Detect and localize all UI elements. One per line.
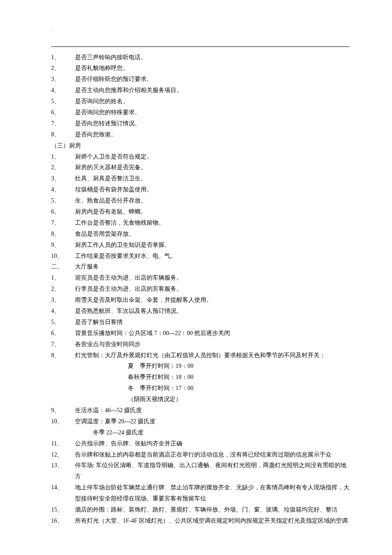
list-item: 4、是否熟悉航班、车次以及客人预订情况。 [51,306,349,317]
list-text: 工作结束是否按要求关好水、电、气。 [75,251,349,262]
kitchen-section-header: （三）厨房 [51,140,349,151]
list-number: 4、 [51,85,75,96]
list-text: 灯光管制：大厅及外景观灯灯光（由工程值班人员控制）要求根据天色和季节的不同及时开… [75,350,349,361]
list-number: 6、 [51,107,75,118]
list-item: 9、厨房工作人员的卫生知识是否掌握。 [51,240,349,251]
list-text: 是否礼貌地称呼您。 [75,63,349,74]
list-number: 二、 [51,261,75,272]
list-number: 6、 [51,206,75,217]
list-item: 1、迎宾员是否主动为进、出店的车辆服务。 [51,272,349,283]
list-number: 10、 [51,416,75,427]
list-number: 1、 [51,272,75,283]
list-number: 9、 [51,240,75,251]
list-number: 6、 [51,328,75,339]
list-item: 4、垃圾桶是否有袋并加盖使用。 [51,184,349,195]
list-number: 5、 [51,317,75,328]
list-text: 是否了解当日客情 [75,317,349,328]
list-number: 9、 [51,405,75,416]
list-text: 厨房内是否有老鼠、蟑螂。 [75,206,349,217]
list-item: 1、厨师个人卫生是否符合规定。 [51,151,349,162]
list-item: 14、地上停车场台阶处车辆禁止通行牌、禁止泊车牌的摆放齐全、无缺少，在客情高峰时… [51,482,349,504]
list-item: 13、停车场: 车位分区清晰、车道指导明确、出入口通畅、夜间有灯光照明，两盏灯光… [51,460,349,482]
list-text: 是否询问您的特殊要求。 [75,107,349,118]
list-number: 4、 [51,306,75,317]
list-number: 13、 [51,460,75,471]
list-text: 是否询问您的姓名。 [75,96,349,107]
list-item: 8、是否向您致谢。 [51,129,349,140]
list-item: 3、是否仔细聆听您的预订要求。 [51,74,349,85]
list-item: 5、是否询问您的姓名。 [51,96,349,107]
list-text: 食品是否用货架存放。 [75,228,349,240]
list-number: 8、 [51,228,75,240]
light-schedule-line: 春秋季开灯时间：18：00 [51,372,349,383]
list-text: 所有灯光（大堂、1F-4F 区域灯光）、公共区域空调在规定时间内按规定开关指定灯… [75,515,349,526]
list-text: 空调温度：夏季 20---22 摄氏度 [75,416,349,427]
list-number: 14、 [51,482,75,493]
list-text: 是否向您致谢。 [75,129,349,140]
list-number: 1、 [51,52,75,63]
list-item: 7、工作台是否整洁，无食物残留物。 [51,217,349,228]
list-item: 6、厨房内是否有老鼠、蟑螂。 [51,206,349,217]
list-number: 10、 [51,251,75,262]
list-text: 灶具、厨具是否整洁卫生。 [75,173,349,184]
list-item: 4、是否主动向您推荐和介绍相关服务项目。 [51,85,349,96]
list-text: 酒店的外围：路标、装饰灯、路灯、景观灯、车辆停放、外墙、门、窗、玻璃、垃圾箱均完… [75,504,349,515]
list-number: 2、 [51,162,75,173]
list-item: 6、是否询问您的特殊要求。 [51,107,349,118]
list-number: 3、 [51,295,75,306]
list-number: 5、 [51,96,75,107]
list-number: 2、 [51,63,75,74]
list-number: 11、 [51,438,75,449]
list-item: 2、行李员是否主动为进、出店的宾客服务。 [51,283,349,295]
list-text: 生、熟食品是否分开存放。 [75,195,349,206]
list-number: 7、 [51,217,75,228]
ac-winter-line: 冬季 22---24 摄氏度 [51,427,349,438]
list-text: 是否熟悉航班、车次以及客人预订情况。 [75,306,349,317]
list-text: 是否向您转述预订情况。 [75,118,349,129]
list-text: 各营业点与营业时间同步 [75,339,349,350]
list-item: 7、各营业点与营业时间同步 [51,339,349,350]
list-item: 3、灶具、厨具是否整洁卫生。 [51,173,349,184]
list-number: 4、 [51,184,75,195]
list-item: 5、生、熟食品是否分开存放。 [51,195,349,206]
light-schedule-line: 冬 季开灯时间：17：00 [51,383,349,394]
list-item: 8、灯光管制：大厅及外景观灯灯光（由工程值班人员控制）要求根据天色和季节的不同及… [51,350,349,361]
list-text: 生活水温：46---52 摄氏度 [75,405,349,416]
list-item: 15、酒店的外围：路标、装饰灯、路灯、景观灯、车辆停放、外墙、门、窗、玻璃、垃圾… [51,504,349,515]
list-item: 2、是否礼貌地称呼您。 [51,63,349,74]
list-text: 背景音乐播放时间：公共区域 7：00---22：00 然后逐步关闭 [75,328,349,339]
list-item: 2、厨房的灭火器材是否完备。 [51,162,349,173]
hall-section-header: 二、 大厅服务 [51,261,349,272]
list-text: 厨房的灭火器材是否完备。 [75,162,349,173]
top-marker: . [51,26,349,34]
list-item: 16、所有灯光（大堂、1F-4F 区域灯光）、公共区域空调在规定时间内按规定开关… [51,515,349,526]
list-text: 地上停车场台阶处车辆禁止通行牌、禁止泊车牌的摆放齐全、无缺少，在客情高峰时有专人… [75,482,349,504]
list-item: 12、告示牌和张贴上的内容都是当前酒店正在举行的活动信息，没有将已经结束而过期的… [51,449,349,460]
list-item: 3、雨雪天是否及时取出伞架、伞套，并提醒客人使用。 [51,295,349,306]
list-number: 7、 [51,339,75,350]
list-number: 8、 [51,350,75,361]
list-text: 停车场: 车位分区清晰、车道指导明确、出入口通畅、夜间有灯光照明，两盏灯光照明之… [75,460,349,482]
list-item: 8、食品是否用货架存放。 [51,228,349,240]
list-item: 5、是否了解当日客情 [51,317,349,328]
list-number: 8、 [51,129,75,140]
list-text: 厨师个人卫生是否符合规定。 [75,151,349,162]
top-divider [51,46,349,47]
list-number: 16、 [51,515,75,526]
list-text: 大厅服务 [75,261,349,272]
list-text: 垃圾桶是否有袋并加盖使用。 [75,184,349,195]
list-text: 是否主动向您推荐和介绍相关服务项目。 [75,85,349,96]
list-number: 3、 [51,173,75,184]
list-text: 厨房工作人员的卫生知识是否掌握。 [75,240,349,251]
list-item: 10、工作结束是否按要求关好水、电、气。 [51,251,349,262]
list-number: 1、 [51,151,75,162]
list-text: 迎宾员是否主动为进、出店的车辆服务。 [75,272,349,283]
bottom-marker: . [51,552,349,555]
list-number: 3、 [51,74,75,85]
list-text: 是否三声铃响内接听电话。 [75,52,349,63]
list-text: 行李员是否主动为进、出店的宾客服务。 [75,283,349,295]
list-number: 12、 [51,449,75,460]
list-text: 告示牌和张贴上的内容都是当前酒店正在举行的活动信息，没有将已经结束而过期的信息展… [75,449,349,460]
list-number: 2、 [51,283,75,295]
list-item: 11、公共指示牌、告示牌、张贴均齐全并正确 [51,438,349,449]
